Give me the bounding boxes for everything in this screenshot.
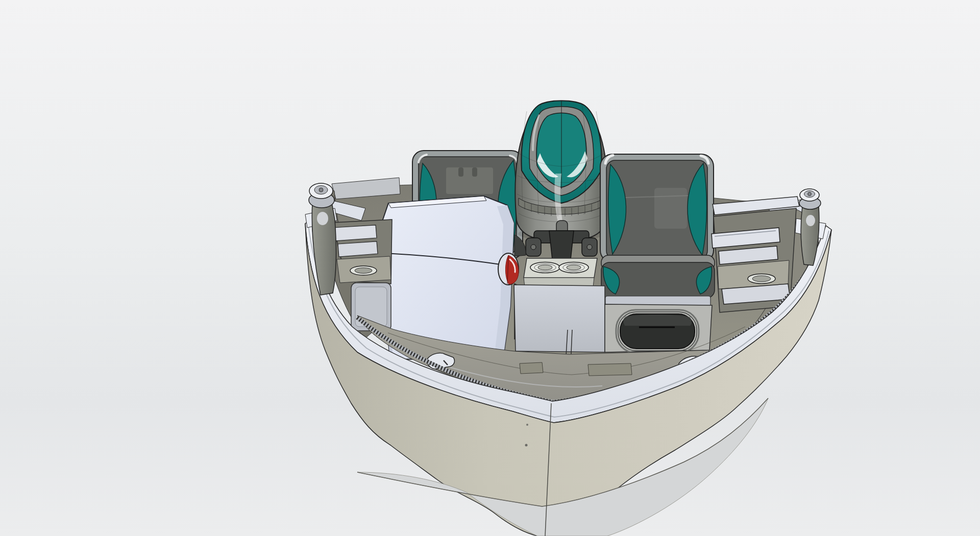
center-cup-holder-tray[interactable] [524, 258, 597, 287]
motor-mount-bracket [526, 231, 597, 259]
boat-model-render[interactable] [0, 0, 980, 536]
port-step-bar [338, 241, 378, 257]
cad-viewport[interactable] [0, 0, 980, 536]
deck-recess [520, 362, 543, 374]
console-red-nav-light [498, 253, 519, 285]
deck-hatch[interactable] [616, 310, 699, 353]
outboard-motor[interactable] [515, 101, 607, 259]
starboard-seat-lumbar-panel [654, 188, 687, 229]
port-step-bar [333, 225, 377, 241]
starboard-side-tray[interactable] [712, 197, 799, 312]
starboard-seat[interactable] [600, 154, 715, 310]
cup-holder [559, 262, 589, 273]
cup-holder [530, 262, 560, 273]
starboard-seat-cushion [601, 255, 715, 310]
deck-recess [588, 363, 632, 376]
cup-holder [350, 266, 377, 275]
cup-holder [748, 274, 775, 284]
port-seat-lumbar-panel [446, 167, 493, 194]
